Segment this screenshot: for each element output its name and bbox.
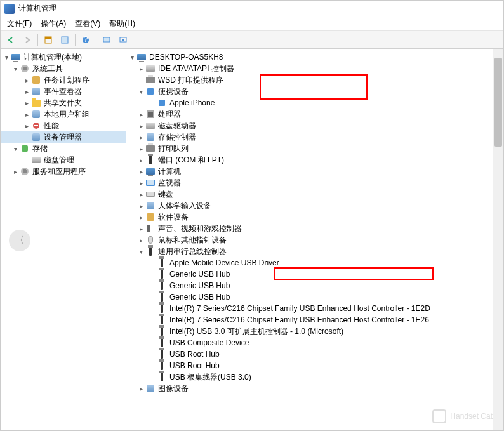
usb-item[interactable]: ▸Generic USB Hub [126,269,503,280]
chevron-right-icon[interactable]: ▸ [22,88,31,95]
device-keyboard[interactable]: ▸键盘 [126,189,503,200]
tree-disk-mgmt[interactable]: ▸磁盘管理 [1,154,126,166]
usb-item[interactable]: ▸USB Composite Device [126,337,503,348]
usb-item[interactable]: ▸USB 根集线器(USB 3.0) [126,371,503,383]
chevron-right-icon[interactable]: ▸ [22,100,31,107]
scrollbar[interactable] [493,49,503,430]
chevron-right-icon[interactable]: ▸ [136,157,145,164]
users-icon [31,109,41,119]
usb-item[interactable]: ▸Intel(R) 7 Series/C216 Chipset Family U… [126,303,503,314]
usb-item[interactable]: ▸Generic USB Hub [126,280,503,291]
chevron-right-icon[interactable]: ▸ [22,77,31,84]
clock-icon [31,75,41,85]
tree-services[interactable]: ▸服务和应用程序 [1,166,126,177]
show-hide-button[interactable] [41,33,56,47]
port-icon [145,155,156,165]
chevron-right-icon[interactable]: ▸ [136,65,145,72]
watermark: Handset Cat [432,409,493,423]
app-icon [4,4,15,14]
usb-item[interactable]: ▸Generic USB Hub [126,291,503,303]
usb-item-label: Intel(R) 7 Series/C216 Chipset Family US… [169,315,429,324]
menu-action[interactable]: 操作(A) [37,17,70,30]
device-manager-icon [31,132,41,142]
device-print-queue[interactable]: ▸打印队列 [126,143,503,154]
tree-storage[interactable]: ▾存储 [1,143,126,154]
usb-icon [157,315,167,325]
toolbar-separator [37,34,38,46]
tree-performance[interactable]: ▸性能 [1,120,126,131]
services-icon [20,166,30,176]
chevron-right-icon[interactable]: ▸ [11,168,20,175]
device-ide[interactable]: ▸IDE ATA/ATAPI 控制器 [126,63,503,74]
device-computer[interactable]: ▸计算机 [126,166,503,177]
device-wsd[interactable]: ▸WSD 打印提供程序 [126,74,503,86]
usb-icon [157,372,167,382]
device-cpu[interactable]: ▸处理器 [126,109,503,120]
nav-back-button[interactable] [3,33,18,47]
usb-item[interactable]: ▸Intel(R) USB 3.0 可扩展主机控制器 - 1.0 (Micros… [126,326,503,337]
tree-local-users[interactable]: ▸本地用户和组 [1,109,126,120]
tree-system-tools[interactable]: ▾系统工具 [1,63,126,74]
tree-shared-folders[interactable]: ▸共享文件夹 [1,97,126,109]
chevron-down-icon[interactable]: ▾ [11,145,20,152]
image-device-icon [145,383,156,394]
chevron-right-icon[interactable]: ▸ [22,123,31,129]
chevron-right-icon[interactable]: ▸ [136,145,145,152]
usb-item[interactable]: ▸USB Root Hub [126,360,503,371]
device-mouse[interactable]: ▸鼠标和其他指针设备 [126,234,503,246]
device-monitor[interactable]: ▸监视器 [126,177,503,189]
chevron-down-icon[interactable]: ▾ [2,54,11,61]
properties-button[interactable] [57,33,72,47]
help-button[interactable]: ? [78,33,93,47]
menu-file[interactable]: 文件(F) [3,17,36,30]
device-iphone[interactable]: ▸Apple iPhone [126,97,503,109]
window: 计算机管理 文件(F) 操作(A) 查看(V) 帮助(H) ? ▾计算机管理(本… [0,0,504,431]
back-circle-button[interactable]: 〈 [9,230,30,251]
chevron-right-icon[interactable]: ▸ [136,111,145,118]
chevron-right-icon[interactable]: ▸ [136,180,145,187]
device-disk-drives[interactable]: ▸磁盘驱动器 [126,120,503,131]
chevron-down-icon[interactable]: ▾ [11,65,20,72]
device-image[interactable]: ▸图像设备 [126,383,503,394]
chevron-right-icon[interactable]: ▸ [136,123,145,129]
chevron-right-icon[interactable]: ▸ [136,237,145,244]
device-portable[interactable]: ▾便携设备 [126,86,503,97]
device-software[interactable]: ▸软件设备 [126,211,503,223]
scrollbar-thumb[interactable] [494,58,502,147]
scan-button[interactable] [99,33,114,47]
chevron-down-icon[interactable]: ▾ [136,88,145,95]
chevron-right-icon[interactable]: ▸ [136,385,145,392]
usb-list: ▸Apple Mobile Device USB Driver▸Generic … [126,257,503,383]
tree-event-viewer[interactable]: ▸事件查看器 [1,86,126,97]
usb-item-label: Intel(R) USB 3.0 可扩展主机控制器 - 1.0 (Microso… [169,326,343,337]
refresh-button[interactable] [116,33,131,47]
device-usb-ctrl[interactable]: ▾通用串行总线控制器 [126,246,503,257]
usb-item[interactable]: ▸USB Root Hub [126,348,503,360]
menu-view[interactable]: 查看(V) [71,17,104,30]
device-ports[interactable]: ▸端口 (COM 和 LPT) [126,154,503,166]
usb-icon [157,326,167,336]
nav-fwd-button[interactable] [20,33,35,47]
chevron-right-icon[interactable]: ▸ [136,214,145,221]
computer-icon [145,166,156,176]
tree-device-manager[interactable]: ▸设备管理器 [1,131,126,143]
menu-help[interactable]: 帮助(H) [105,17,139,30]
chevron-right-icon[interactable]: ▸ [22,111,31,118]
toolbar: ? [1,31,503,49]
chevron-down-icon[interactable]: ▾ [128,54,136,61]
device-sound[interactable]: ▸声音、视频和游戏控制器 [126,223,503,234]
chevron-right-icon[interactable]: ▸ [136,191,145,198]
chevron-right-icon[interactable]: ▸ [136,225,145,232]
chevron-right-icon[interactable]: ▸ [136,202,145,209]
chevron-down-icon[interactable]: ▾ [136,248,145,255]
tree-root[interactable]: ▾计算机管理(本地) [1,51,126,63]
device-hid[interactable]: ▸人体学输入设备 [126,200,503,211]
device-storage-ctrl[interactable]: ▸存储控制器 [126,131,503,143]
chevron-right-icon[interactable]: ▸ [136,134,145,141]
usb-item[interactable]: ▸Intel(R) 7 Series/C216 Chipset Family U… [126,314,503,326]
chevron-right-icon[interactable]: ▸ [136,168,145,175]
usb-item[interactable]: ▸Apple Mobile Device USB Driver [126,257,503,269]
tree-task-scheduler[interactable]: ▸任务计划程序 [1,74,126,86]
device-root[interactable]: ▾DESKTOP-OAS5KH8 [126,51,503,63]
toolbar-separator [96,34,96,46]
